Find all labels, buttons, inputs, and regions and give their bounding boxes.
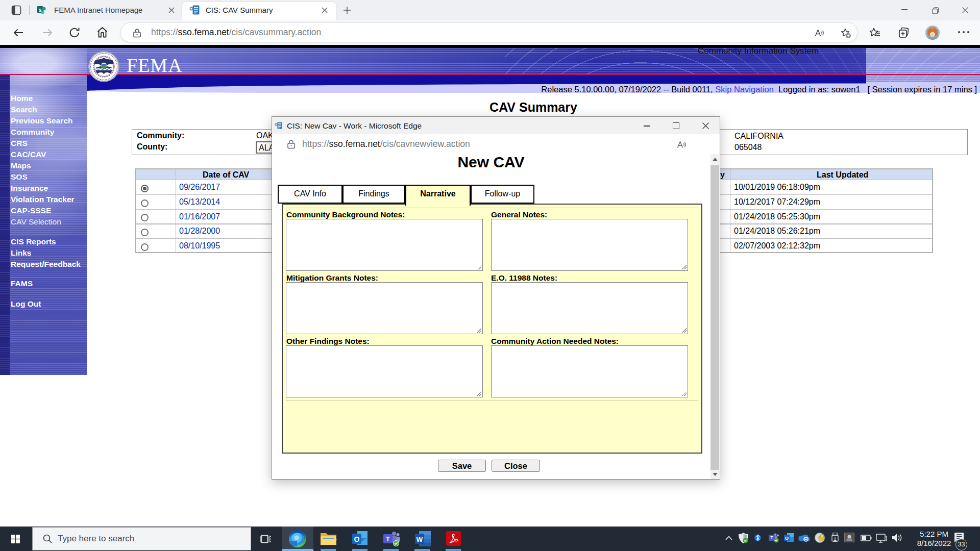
svg-text:W: W xyxy=(416,536,423,543)
svg-text:O: O xyxy=(785,536,789,541)
svg-text:T: T xyxy=(386,536,390,543)
svg-text:O: O xyxy=(354,535,360,543)
svg-text:T: T xyxy=(770,535,773,540)
